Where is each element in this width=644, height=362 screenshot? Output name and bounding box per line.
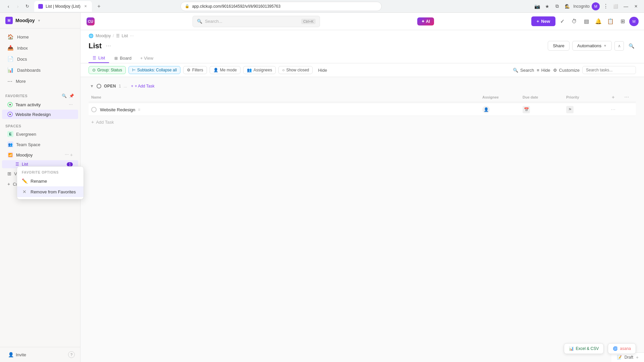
- search-filter-button[interactable]: 🔍 Search: [513, 68, 534, 73]
- draft-plus[interactable]: +: [636, 355, 639, 360]
- ai-badge-button[interactable]: ✦ AI: [417, 17, 434, 25]
- bottom-action-bar: 📊 Excel & CSV 🌀 asana: [564, 343, 636, 354]
- apps-grid-icon[interactable]: ⊞: [617, 16, 628, 27]
- tab-board[interactable]: ⊞ Board: [110, 54, 136, 63]
- add-col-header[interactable]: +: [606, 95, 620, 100]
- sidebar-item-home[interactable]: 🏠 Home: [2, 32, 78, 42]
- help-icon[interactable]: ?: [68, 351, 75, 358]
- group-more-button[interactable]: ...: [124, 84, 127, 88]
- sidebar-item-moodjoy-space[interactable]: 📶 Moodjoy ⋯ +: [2, 150, 78, 160]
- priority-icon[interactable]: ⚑: [566, 106, 574, 113]
- sidebar-item-dashboards[interactable]: 📊 Dashboards: [2, 65, 78, 75]
- task-checkbox[interactable]: [91, 107, 97, 112]
- excel-csv-label: Excel & CSV: [576, 346, 599, 351]
- new-label: New: [541, 19, 550, 24]
- plus-new-icon: +: [537, 19, 539, 24]
- page-menu-icon[interactable]: ⋯: [106, 43, 111, 49]
- sidebar-header: M Moodjoy ▼: [0, 13, 80, 28]
- more-col-header[interactable]: ⋯: [620, 95, 633, 100]
- collapse-button[interactable]: ∧: [614, 41, 624, 51]
- filters-button[interactable]: ⚙ Filters: [183, 66, 207, 74]
- search-tasks-input[interactable]: [582, 66, 636, 74]
- assignee-add-icon[interactable]: 👤: [482, 106, 490, 113]
- profile-icon[interactable]: M: [592, 2, 600, 10]
- sidebar-item-inbox[interactable]: 📥 Inbox: [2, 43, 78, 53]
- list-tab-label: List: [98, 55, 105, 60]
- board-tab-label: Board: [120, 56, 131, 61]
- task-name-text[interactable]: Website Redesign: [100, 107, 135, 112]
- checkmark-icon[interactable]: ✓: [557, 16, 568, 27]
- menu-icon[interactable]: ⋮: [602, 2, 610, 10]
- timer-icon[interactable]: ⏱: [569, 16, 580, 27]
- sidebar-item-team-space[interactable]: 👥 Team Space: [2, 139, 78, 149]
- context-menu-item-rename[interactable]: ✏️ Rename: [17, 176, 84, 186]
- favorites-item-website-redesign[interactable]: ● Website Redesign: [2, 110, 78, 119]
- show-closed-button[interactable]: ○ Show closed: [278, 66, 313, 74]
- due-date-icon[interactable]: 📅: [523, 106, 530, 113]
- pin-icon[interactable]: 📌: [69, 93, 75, 99]
- page-title-row: List ⋯ Share Automations ▼ ∧ 🔍: [89, 38, 636, 52]
- breadcrumb-workspace[interactable]: Moodjoy: [96, 34, 111, 38]
- spaces-label: Spaces: [5, 124, 21, 128]
- search-bar[interactable]: 🔍 Search... Ctrl+K: [193, 16, 320, 27]
- new-button[interactable]: + New: [531, 16, 555, 26]
- share-button[interactable]: Share: [548, 41, 570, 51]
- subtasks-filter[interactable]: ⊢ Subtasks: Collapse all: [128, 66, 180, 74]
- nav-back[interactable]: ‹: [4, 2, 13, 11]
- group-header: ▼ OPEN 1 ... + + Add Task: [89, 81, 636, 91]
- new-tab-button[interactable]: +: [95, 2, 103, 11]
- tab-list[interactable]: ☰ List: [89, 53, 109, 63]
- layout-icon[interactable]: ▤: [581, 16, 592, 27]
- group-status-filter[interactable]: ⊙ Group: Status: [89, 66, 126, 74]
- docs-label: Docs: [17, 57, 27, 62]
- moodjoy-add-icon[interactable]: +: [70, 152, 73, 158]
- close-window-icon[interactable]: ✕: [632, 2, 640, 10]
- team-activity-more-icon[interactable]: ⋯: [69, 102, 73, 107]
- browser-tab[interactable]: List | Moodjoy (List) ✕: [34, 1, 92, 12]
- nav-refresh[interactable]: ↻: [23, 2, 32, 11]
- excel-csv-button[interactable]: 📊 Excel & CSV: [564, 343, 604, 354]
- bookmark-icon[interactable]: ★: [543, 2, 551, 10]
- dashboards-label: Dashboards: [17, 68, 41, 73]
- hide-columns-button[interactable]: ≡ Hide: [537, 68, 550, 73]
- notification-icon[interactable]: 🔔: [593, 16, 604, 27]
- hide-button[interactable]: Hide: [315, 66, 330, 74]
- me-mode-button[interactable]: 👤 Me mode: [210, 66, 240, 74]
- group-collapse-icon[interactable]: ▼: [90, 84, 94, 88]
- open-status-circle: [97, 84, 101, 88]
- moodjoy-more-icon[interactable]: ⋯: [65, 152, 69, 158]
- tab-close-icon[interactable]: ✕: [83, 4, 88, 9]
- workspace-selector[interactable]: M Moodjoy ▼: [5, 17, 41, 24]
- context-menu-item-remove-favorites[interactable]: ✕ Remove from Favorites: [17, 186, 84, 197]
- customize-button[interactable]: ⚙ Customize: [553, 68, 580, 73]
- task-more-actions[interactable]: ⋯: [606, 107, 620, 112]
- address-bar[interactable]: 🔒 app.clickup.com/9016164592/v/l/li/9016…: [180, 2, 382, 11]
- favorites-item-team-activity[interactable]: ● Team activity ⋯: [2, 100, 78, 109]
- minimize-icon[interactable]: —: [622, 2, 630, 10]
- filters-bar: ⊙ Group: Status ⊢ Subtasks: Collapse all…: [80, 63, 644, 77]
- asana-button[interactable]: 🌀 asana: [608, 343, 636, 354]
- sparkle-icon: ✦: [421, 19, 425, 24]
- header-search-icon[interactable]: 🔍: [627, 41, 636, 51]
- sidebar-item-docs[interactable]: 📄 Docs: [2, 54, 78, 64]
- maximize-icon[interactable]: ⬜: [612, 2, 620, 10]
- add-view-button[interactable]: + View: [137, 54, 157, 63]
- assignees-button[interactable]: 👥 Assignees: [243, 66, 276, 74]
- group-add-task-button[interactable]: + + Add Task: [131, 84, 155, 88]
- sidebar-item-evergreen[interactable]: E Evergreen: [2, 129, 78, 139]
- nav-forward[interactable]: ›: [13, 2, 22, 11]
- breadcrumb-more-icon[interactable]: ⋯: [130, 34, 134, 38]
- moodjoy-space-label: Moodjoy: [16, 153, 33, 158]
- breadcrumb-current[interactable]: List: [122, 34, 128, 38]
- invite-button[interactable]: 👤 Invite: [5, 351, 29, 359]
- search-favorites-icon[interactable]: 🔍: [61, 93, 67, 99]
- camera-off-icon[interactable]: 📷: [533, 2, 541, 10]
- automations-button[interactable]: Automations ▼: [572, 41, 612, 51]
- list-label: List: [22, 162, 28, 167]
- sidebar-item-more[interactable]: ⋯ More: [2, 76, 78, 86]
- clipboard-icon[interactable]: 📋: [605, 16, 616, 27]
- extension-icon[interactable]: ⧉: [553, 2, 561, 10]
- add-task-row[interactable]: + Add Task: [89, 117, 636, 127]
- user-avatar[interactable]: M: [629, 17, 639, 26]
- task-description-icon[interactable]: ≡: [138, 107, 140, 112]
